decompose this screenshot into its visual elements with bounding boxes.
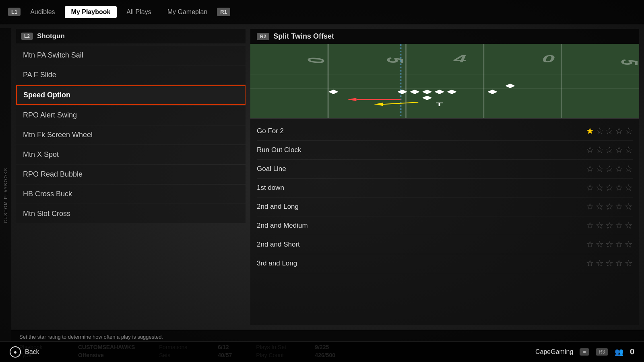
star[interactable]: ☆ [615,145,623,155]
rating-row: Goal Line☆☆☆☆☆ [257,160,633,179]
star[interactable]: ☆ [596,164,604,174]
star-rating[interactable]: ☆☆☆☆☆ [586,145,633,155]
nav-badge-r1: R1 [217,8,230,16]
star[interactable]: ☆ [596,220,604,231]
details-panel: R2 Split Twins Offset 0 [250,29,639,325]
star[interactable]: ☆ [615,164,623,174]
star[interactable]: ☆ [586,164,594,174]
star-rating[interactable]: ☆☆☆☆☆ [586,239,633,250]
svg-text:4: 4 [453,53,466,64]
content-area: L2 Shotgun Mtn PA Switch SailPA F SlideS… [11,24,644,330]
play-item[interactable]: RPO Read Bubble [16,165,246,184]
star-rating[interactable]: ★☆☆☆☆ [586,126,633,136]
play-item[interactable]: PA F Slide [16,66,246,84]
side-label: CUSTOM PLAYBOOKS [0,28,11,362]
formation-name: Shotgun [37,32,65,40]
right-hud: CapeGaming ■ R3 👥 0 [535,347,634,356]
rating-row: 2nd and Medium☆☆☆☆☆ [257,216,633,235]
field-diagram: 0 5 4 0 5 [250,44,639,119]
rating-label: Goal Line [257,165,337,173]
nav-item-all-plays[interactable]: All Plays [120,6,157,18]
ratings-section[interactable]: Go For 2★☆☆☆☆Run Out Clock☆☆☆☆☆Goal Line… [250,119,639,325]
star[interactable]: ☆ [596,183,604,193]
play-item[interactable]: Mtn Slot Cross [16,204,246,223]
star[interactable]: ☆ [625,145,633,155]
star-rating[interactable]: ☆☆☆☆☆ [586,164,633,174]
svg-text:T: T [436,101,443,107]
star-rating[interactable]: ☆☆☆☆☆ [586,183,633,193]
star[interactable]: ☆ [605,164,613,174]
play-item[interactable]: HB Cross Buck [16,185,246,204]
star[interactable]: ☆ [615,202,623,212]
star[interactable]: ☆ [586,220,594,231]
rating-row: Go For 2★☆☆☆☆ [257,122,633,141]
star[interactable]: ☆ [586,145,594,155]
rating-label: Run Out Clock [257,146,337,154]
rating-row: 2nd and Long☆☆☆☆☆ [257,197,633,216]
play-item[interactable]: Speed Option [16,85,246,105]
play-item[interactable]: Mtn X Spot [16,145,246,164]
star[interactable]: ☆ [586,202,594,212]
formation-badge: L2 [21,33,33,40]
star[interactable]: ☆ [615,258,623,269]
play-item[interactable]: Mtn PA Switch Sail [16,46,246,65]
hint-text: Set the star rating to determine how oft… [19,334,636,340]
star[interactable]: ☆ [625,239,633,250]
star[interactable]: ☆ [625,126,633,136]
formation-header: L2 Shotgun [16,29,246,43]
main-wrapper: L1 Audibles My Playbook All Plays My Gam… [0,0,644,362]
star[interactable]: ☆ [596,202,604,212]
star[interactable]: ☆ [625,183,633,193]
svg-text:0: 0 [303,58,328,64]
back-button[interactable]: ● Back [10,346,39,358]
nav-badge-l1: L1 [8,8,21,16]
circle-icon: ● [10,346,21,358]
play-item[interactable]: RPO Alert Swing [16,106,246,125]
star[interactable]: ☆ [625,202,633,212]
star[interactable]: ☆ [615,220,623,231]
star[interactable]: ☆ [625,258,633,269]
star[interactable]: ☆ [586,239,594,250]
rating-label: 2nd and Short [257,241,337,249]
star[interactable]: ☆ [605,183,613,193]
star-rating[interactable]: ☆☆☆☆☆ [586,258,633,269]
star[interactable]: ☆ [615,183,623,193]
nav-item-audibles[interactable]: Audibles [24,6,61,18]
play-list: Mtn PA Switch SailPA F SlideSpeed Option… [16,46,246,223]
nav-item-my-gameplan[interactable]: My Gameplan [161,6,214,18]
rating-row: Run Out Clock☆☆☆☆☆ [257,141,633,160]
svg-rect-0 [250,44,639,118]
star[interactable]: ☆ [596,239,604,250]
nav-item-my-playbook[interactable]: My Playbook [65,6,117,18]
play-item[interactable]: Mtn Fk Screen Wheel [16,125,246,144]
star[interactable]: ☆ [586,183,594,193]
star[interactable]: ☆ [596,126,604,136]
star[interactable]: ☆ [615,126,623,136]
star[interactable]: ☆ [605,239,613,250]
rating-label: 3rd and Long [257,259,337,267]
star[interactable]: ☆ [605,202,613,212]
hud-people-icon: 👥 [615,348,623,356]
star[interactable]: ☆ [605,126,613,136]
star[interactable]: ☆ [625,220,633,231]
star[interactable]: ☆ [605,258,613,269]
star[interactable]: ☆ [596,145,604,155]
rating-label: Go For 2 [257,127,337,135]
star[interactable]: ☆ [605,145,613,155]
rating-label: 1st down [257,184,337,192]
star[interactable]: ★ [586,126,594,136]
hud-badge-r3: R3 [596,348,608,356]
rating-row: 1st down☆☆☆☆☆ [257,179,633,197]
action-bar: ● Back CapeGaming ■ R3 👥 0 [0,341,644,362]
star[interactable]: ☆ [615,239,623,250]
star[interactable]: ☆ [586,258,594,269]
plays-panel: L2 Shotgun Mtn PA Switch SailPA F SlideS… [16,29,246,325]
star[interactable]: ☆ [605,220,613,231]
star-rating[interactable]: ☆☆☆☆☆ [586,202,633,212]
star-rating[interactable]: ☆☆☆☆☆ [586,220,633,231]
back-label: Back [25,348,39,356]
star[interactable]: ☆ [625,164,633,174]
user-name: CapeGaming [535,348,573,356]
star[interactable]: ☆ [596,258,604,269]
top-nav: L1 Audibles My Playbook All Plays My Gam… [0,0,644,24]
